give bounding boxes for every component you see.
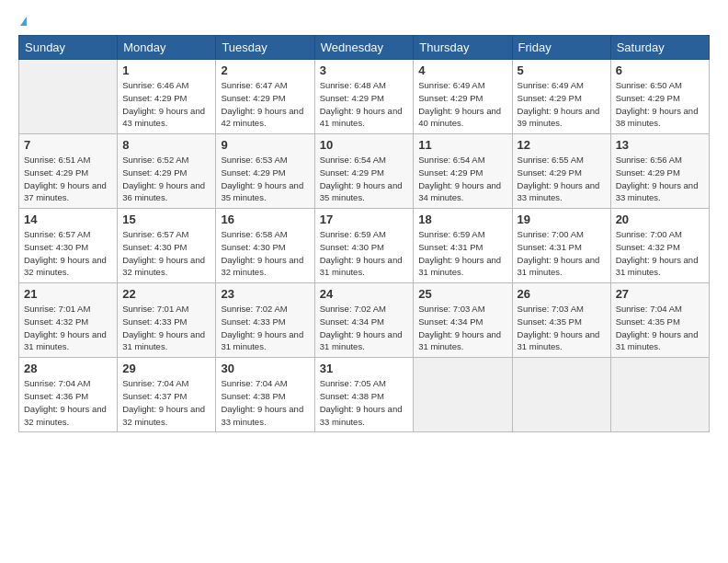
calendar-cell xyxy=(19,60,118,134)
calendar-cell: 17Sunrise: 6:59 AM Sunset: 4:30 PM Dayli… xyxy=(314,209,414,283)
day-info: Sunrise: 6:47 AM Sunset: 4:29 PM Dayligh… xyxy=(221,79,309,130)
calendar-cell: 19Sunrise: 7:00 AM Sunset: 4:31 PM Dayli… xyxy=(512,209,610,283)
day-info: Sunrise: 6:56 AM Sunset: 4:29 PM Dayligh… xyxy=(616,154,704,204)
day-number: 23 xyxy=(221,287,309,301)
day-number: 31 xyxy=(320,362,409,375)
day-number: 5 xyxy=(518,63,606,77)
day-info: Sunrise: 6:50 AM Sunset: 4:29 PM Dayligh… xyxy=(616,79,704,130)
calendar-header-tuesday: Tuesday xyxy=(216,36,314,60)
calendar-cell: 29Sunrise: 7:04 AM Sunset: 4:37 PM Dayli… xyxy=(118,358,216,432)
day-info: Sunrise: 7:02 AM Sunset: 4:34 PM Dayligh… xyxy=(320,303,409,353)
calendar-cell: 7Sunrise: 6:51 AM Sunset: 4:29 PM Daylig… xyxy=(19,134,118,209)
day-info: Sunrise: 7:00 AM Sunset: 4:31 PM Dayligh… xyxy=(518,228,606,279)
day-number: 20 xyxy=(616,213,704,226)
day-number: 3 xyxy=(320,63,409,77)
day-info: Sunrise: 7:04 AM Sunset: 4:36 PM Dayligh… xyxy=(24,377,112,428)
day-number: 4 xyxy=(418,63,506,77)
logo xyxy=(18,17,27,26)
day-info: Sunrise: 6:54 AM Sunset: 4:29 PM Dayligh… xyxy=(418,154,506,204)
calendar-cell: 8Sunrise: 6:52 AM Sunset: 4:29 PM Daylig… xyxy=(118,134,216,209)
calendar-week-row: 28Sunrise: 7:04 AM Sunset: 4:36 PM Dayli… xyxy=(19,358,710,432)
calendar-week-row: 14Sunrise: 6:57 AM Sunset: 4:30 PM Dayli… xyxy=(19,209,710,283)
calendar-cell xyxy=(512,358,610,432)
day-info: Sunrise: 6:48 AM Sunset: 4:29 PM Dayligh… xyxy=(320,79,409,130)
calendar-header-row: SundayMondayTuesdayWednesdayThursdayFrid… xyxy=(19,36,710,60)
day-number: 30 xyxy=(221,362,309,375)
calendar-cell: 13Sunrise: 6:56 AM Sunset: 4:29 PM Dayli… xyxy=(610,134,709,209)
day-number: 8 xyxy=(122,138,210,152)
calendar-cell: 14Sunrise: 6:57 AM Sunset: 4:30 PM Dayli… xyxy=(19,209,118,283)
calendar-cell: 25Sunrise: 7:03 AM Sunset: 4:34 PM Dayli… xyxy=(414,283,512,358)
day-info: Sunrise: 7:03 AM Sunset: 4:34 PM Dayligh… xyxy=(418,303,506,353)
day-info: Sunrise: 6:59 AM Sunset: 4:30 PM Dayligh… xyxy=(320,228,409,279)
day-number: 15 xyxy=(122,213,210,226)
day-info: Sunrise: 6:59 AM Sunset: 4:31 PM Dayligh… xyxy=(418,228,506,279)
day-info: Sunrise: 7:04 AM Sunset: 4:38 PM Dayligh… xyxy=(221,377,309,428)
calendar-cell: 12Sunrise: 6:55 AM Sunset: 4:29 PM Dayli… xyxy=(512,134,610,209)
header xyxy=(18,17,710,26)
day-number: 17 xyxy=(320,213,409,226)
day-number: 26 xyxy=(518,287,606,301)
day-info: Sunrise: 6:49 AM Sunset: 4:29 PM Dayligh… xyxy=(518,79,606,130)
calendar: SundayMondayTuesdayWednesdayThursdayFrid… xyxy=(18,35,710,432)
day-number: 24 xyxy=(320,287,409,301)
day-number: 18 xyxy=(418,213,506,226)
calendar-cell: 3Sunrise: 6:48 AM Sunset: 4:29 PM Daylig… xyxy=(314,60,414,134)
day-number: 14 xyxy=(24,213,112,226)
calendar-cell xyxy=(414,358,512,432)
calendar-cell xyxy=(610,358,709,432)
day-info: Sunrise: 6:49 AM Sunset: 4:29 PM Dayligh… xyxy=(418,79,506,130)
day-number: 21 xyxy=(24,287,112,301)
day-info: Sunrise: 6:53 AM Sunset: 4:29 PM Dayligh… xyxy=(221,154,309,204)
day-info: Sunrise: 7:01 AM Sunset: 4:33 PM Dayligh… xyxy=(122,303,210,353)
day-info: Sunrise: 7:01 AM Sunset: 4:32 PM Dayligh… xyxy=(24,303,112,353)
day-number: 2 xyxy=(221,63,309,77)
day-number: 7 xyxy=(24,138,112,152)
calendar-week-row: 21Sunrise: 7:01 AM Sunset: 4:32 PM Dayli… xyxy=(19,283,710,358)
calendar-cell: 28Sunrise: 7:04 AM Sunset: 4:36 PM Dayli… xyxy=(19,358,118,432)
calendar-cell: 5Sunrise: 6:49 AM Sunset: 4:29 PM Daylig… xyxy=(512,60,610,134)
day-number: 9 xyxy=(221,138,309,152)
calendar-cell: 16Sunrise: 6:58 AM Sunset: 4:30 PM Dayli… xyxy=(216,209,314,283)
calendar-cell: 10Sunrise: 6:54 AM Sunset: 4:29 PM Dayli… xyxy=(314,134,414,209)
calendar-header-sunday: Sunday xyxy=(19,36,118,60)
day-info: Sunrise: 6:55 AM Sunset: 4:29 PM Dayligh… xyxy=(518,154,606,204)
calendar-cell: 27Sunrise: 7:04 AM Sunset: 4:35 PM Dayli… xyxy=(610,283,709,358)
day-info: Sunrise: 7:03 AM Sunset: 4:35 PM Dayligh… xyxy=(518,303,606,353)
day-number: 1 xyxy=(122,63,210,77)
day-info: Sunrise: 6:57 AM Sunset: 4:30 PM Dayligh… xyxy=(122,228,210,279)
day-number: 28 xyxy=(24,362,112,375)
day-number: 12 xyxy=(518,138,606,152)
day-info: Sunrise: 7:04 AM Sunset: 4:35 PM Dayligh… xyxy=(616,303,704,353)
calendar-cell: 6Sunrise: 6:50 AM Sunset: 4:29 PM Daylig… xyxy=(610,60,709,134)
calendar-cell: 4Sunrise: 6:49 AM Sunset: 4:29 PM Daylig… xyxy=(414,60,512,134)
calendar-cell: 11Sunrise: 6:54 AM Sunset: 4:29 PM Dayli… xyxy=(414,134,512,209)
day-number: 6 xyxy=(616,63,704,77)
calendar-cell: 15Sunrise: 6:57 AM Sunset: 4:30 PM Dayli… xyxy=(118,209,216,283)
calendar-header-thursday: Thursday xyxy=(414,36,512,60)
calendar-cell: 1Sunrise: 6:46 AM Sunset: 4:29 PM Daylig… xyxy=(118,60,216,134)
day-info: Sunrise: 6:51 AM Sunset: 4:29 PM Dayligh… xyxy=(24,154,112,204)
day-number: 13 xyxy=(616,138,704,152)
calendar-header-saturday: Saturday xyxy=(610,36,709,60)
calendar-cell: 23Sunrise: 7:02 AM Sunset: 4:33 PM Dayli… xyxy=(216,283,314,358)
calendar-header-friday: Friday xyxy=(512,36,610,60)
calendar-cell: 9Sunrise: 6:53 AM Sunset: 4:29 PM Daylig… xyxy=(216,134,314,209)
day-info: Sunrise: 7:00 AM Sunset: 4:32 PM Dayligh… xyxy=(616,228,704,279)
calendar-cell: 20Sunrise: 7:00 AM Sunset: 4:32 PM Dayli… xyxy=(610,209,709,283)
calendar-cell: 22Sunrise: 7:01 AM Sunset: 4:33 PM Dayli… xyxy=(118,283,216,358)
day-number: 27 xyxy=(616,287,704,301)
calendar-cell: 30Sunrise: 7:04 AM Sunset: 4:38 PM Dayli… xyxy=(216,358,314,432)
day-number: 22 xyxy=(122,287,210,301)
calendar-cell: 24Sunrise: 7:02 AM Sunset: 4:34 PM Dayli… xyxy=(314,283,414,358)
day-number: 19 xyxy=(518,213,606,226)
day-info: Sunrise: 7:02 AM Sunset: 4:33 PM Dayligh… xyxy=(221,303,309,353)
calendar-cell: 21Sunrise: 7:01 AM Sunset: 4:32 PM Dayli… xyxy=(19,283,118,358)
day-info: Sunrise: 7:04 AM Sunset: 4:37 PM Dayligh… xyxy=(122,377,210,428)
day-info: Sunrise: 7:05 AM Sunset: 4:38 PM Dayligh… xyxy=(320,377,409,428)
page: SundayMondayTuesdayWednesdayThursdayFrid… xyxy=(0,0,728,563)
logo-arrow-icon xyxy=(20,17,27,26)
day-info: Sunrise: 6:46 AM Sunset: 4:29 PM Dayligh… xyxy=(122,79,210,130)
calendar-week-row: 1Sunrise: 6:46 AM Sunset: 4:29 PM Daylig… xyxy=(19,60,710,134)
calendar-header-wednesday: Wednesday xyxy=(314,36,414,60)
